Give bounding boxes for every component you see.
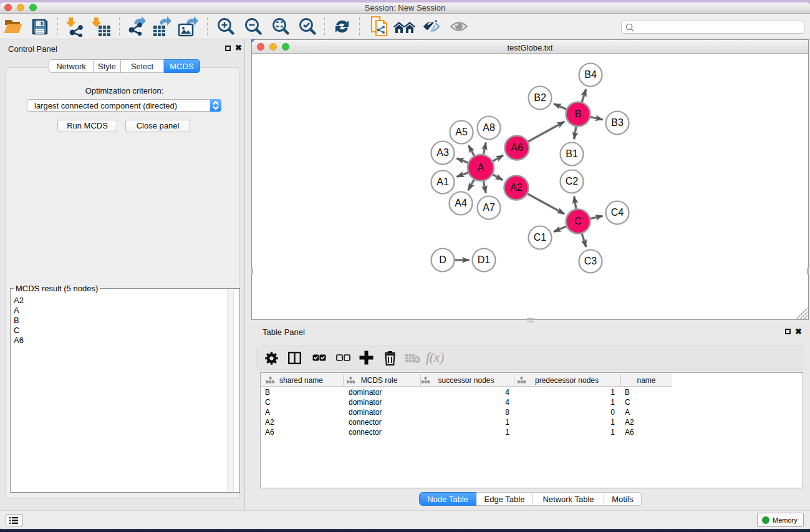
svg-text:A5: A5 <box>455 127 468 137</box>
svg-text:A6: A6 <box>511 142 523 153</box>
svg-text:A4: A4 <box>455 198 467 208</box>
svg-text:B2: B2 <box>534 92 546 103</box>
svg-text:A: A <box>478 162 485 173</box>
svg-text:C4: C4 <box>611 207 624 218</box>
svg-text:C2: C2 <box>566 176 579 186</box>
svg-text:B4: B4 <box>584 69 597 80</box>
svg-text:C: C <box>574 216 582 226</box>
svg-text:C3: C3 <box>584 256 597 266</box>
svg-text:D: D <box>439 254 446 265</box>
svg-text:A8: A8 <box>483 122 495 133</box>
svg-text:A3: A3 <box>436 147 449 158</box>
svg-text:A1: A1 <box>436 177 449 187</box>
svg-text:C1: C1 <box>534 232 547 243</box>
svg-text:B3: B3 <box>611 117 624 128</box>
svg-text:B: B <box>575 109 582 119</box>
svg-text:A2: A2 <box>510 182 523 193</box>
svg-text:A7: A7 <box>483 202 495 213</box>
svg-text:D1: D1 <box>478 254 491 265</box>
svg-text:B1: B1 <box>566 148 578 159</box>
